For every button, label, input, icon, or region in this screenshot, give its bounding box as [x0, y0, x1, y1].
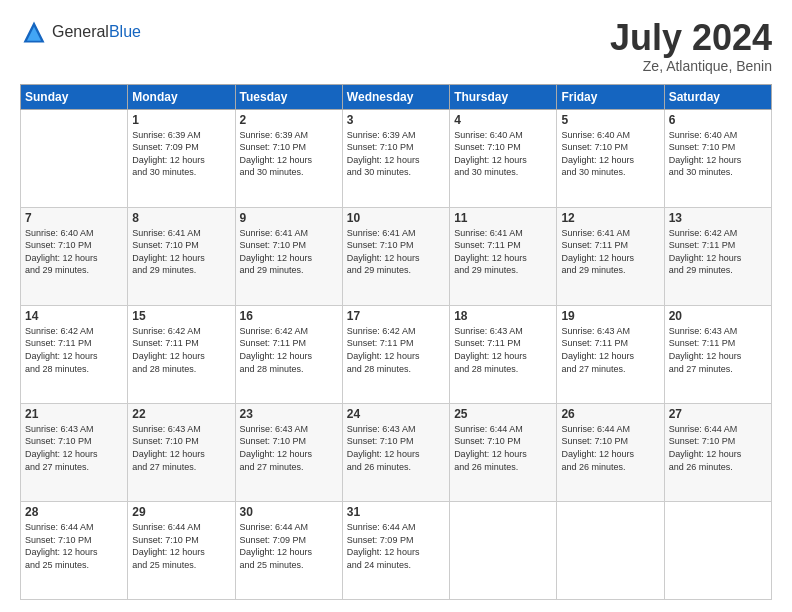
day-number: 23 [240, 407, 338, 421]
day-number: 29 [132, 505, 230, 519]
day-number: 22 [132, 407, 230, 421]
logo-icon [20, 18, 48, 46]
day-info: Sunrise: 6:44 AMSunset: 7:10 PMDaylight:… [454, 423, 552, 473]
day-number: 12 [561, 211, 659, 225]
calendar-cell: 5Sunrise: 6:40 AMSunset: 7:10 PMDaylight… [557, 109, 664, 207]
calendar-cell: 7Sunrise: 6:40 AMSunset: 7:10 PMDaylight… [21, 207, 128, 305]
day-number: 17 [347, 309, 445, 323]
header-monday: Monday [128, 84, 235, 109]
calendar-cell [450, 501, 557, 599]
calendar-cell: 23Sunrise: 6:43 AMSunset: 7:10 PMDayligh… [235, 403, 342, 501]
day-info: Sunrise: 6:43 AMSunset: 7:11 PMDaylight:… [561, 325, 659, 375]
header: GeneralBlue July 2024 Ze, Atlantique, Be… [20, 18, 772, 74]
calendar-cell: 14Sunrise: 6:42 AMSunset: 7:11 PMDayligh… [21, 305, 128, 403]
week-row: 1Sunrise: 6:39 AMSunset: 7:09 PMDaylight… [21, 109, 772, 207]
calendar-cell: 4Sunrise: 6:40 AMSunset: 7:10 PMDaylight… [450, 109, 557, 207]
day-number: 21 [25, 407, 123, 421]
day-number: 28 [25, 505, 123, 519]
weekday-header-row: Sunday Monday Tuesday Wednesday Thursday… [21, 84, 772, 109]
week-row: 28Sunrise: 6:44 AMSunset: 7:10 PMDayligh… [21, 501, 772, 599]
day-number: 14 [25, 309, 123, 323]
calendar-cell: 26Sunrise: 6:44 AMSunset: 7:10 PMDayligh… [557, 403, 664, 501]
calendar-cell: 21Sunrise: 6:43 AMSunset: 7:10 PMDayligh… [21, 403, 128, 501]
day-number: 16 [240, 309, 338, 323]
day-number: 18 [454, 309, 552, 323]
calendar-cell: 8Sunrise: 6:41 AMSunset: 7:10 PMDaylight… [128, 207, 235, 305]
title-block: July 2024 Ze, Atlantique, Benin [610, 18, 772, 74]
calendar-cell: 6Sunrise: 6:40 AMSunset: 7:10 PMDaylight… [664, 109, 771, 207]
day-info: Sunrise: 6:39 AMSunset: 7:10 PMDaylight:… [347, 129, 445, 179]
day-info: Sunrise: 6:41 AMSunset: 7:10 PMDaylight:… [240, 227, 338, 277]
header-tuesday: Tuesday [235, 84, 342, 109]
day-number: 30 [240, 505, 338, 519]
day-number: 11 [454, 211, 552, 225]
day-number: 4 [454, 113, 552, 127]
calendar-cell: 22Sunrise: 6:43 AMSunset: 7:10 PMDayligh… [128, 403, 235, 501]
day-info: Sunrise: 6:44 AMSunset: 7:09 PMDaylight:… [240, 521, 338, 571]
day-info: Sunrise: 6:42 AMSunset: 7:11 PMDaylight:… [240, 325, 338, 375]
logo-general: General [52, 23, 109, 40]
day-number: 26 [561, 407, 659, 421]
day-number: 6 [669, 113, 767, 127]
day-number: 31 [347, 505, 445, 519]
day-info: Sunrise: 6:43 AMSunset: 7:10 PMDaylight:… [347, 423, 445, 473]
day-info: Sunrise: 6:41 AMSunset: 7:11 PMDaylight:… [561, 227, 659, 277]
day-number: 15 [132, 309, 230, 323]
calendar-cell: 11Sunrise: 6:41 AMSunset: 7:11 PMDayligh… [450, 207, 557, 305]
day-info: Sunrise: 6:42 AMSunset: 7:11 PMDaylight:… [25, 325, 123, 375]
calendar-cell: 15Sunrise: 6:42 AMSunset: 7:11 PMDayligh… [128, 305, 235, 403]
day-number: 27 [669, 407, 767, 421]
day-number: 9 [240, 211, 338, 225]
day-info: Sunrise: 6:39 AMSunset: 7:10 PMDaylight:… [240, 129, 338, 179]
calendar-table: Sunday Monday Tuesday Wednesday Thursday… [20, 84, 772, 600]
header-wednesday: Wednesday [342, 84, 449, 109]
day-info: Sunrise: 6:44 AMSunset: 7:09 PMDaylight:… [347, 521, 445, 571]
day-info: Sunrise: 6:41 AMSunset: 7:11 PMDaylight:… [454, 227, 552, 277]
day-info: Sunrise: 6:40 AMSunset: 7:10 PMDaylight:… [25, 227, 123, 277]
day-number: 1 [132, 113, 230, 127]
day-info: Sunrise: 6:42 AMSunset: 7:11 PMDaylight:… [132, 325, 230, 375]
day-number: 2 [240, 113, 338, 127]
calendar-cell [557, 501, 664, 599]
day-info: Sunrise: 6:44 AMSunset: 7:10 PMDaylight:… [25, 521, 123, 571]
day-info: Sunrise: 6:44 AMSunset: 7:10 PMDaylight:… [669, 423, 767, 473]
calendar-cell: 20Sunrise: 6:43 AMSunset: 7:11 PMDayligh… [664, 305, 771, 403]
day-info: Sunrise: 6:44 AMSunset: 7:10 PMDaylight:… [132, 521, 230, 571]
logo-blue: Blue [109, 23, 141, 40]
day-number: 13 [669, 211, 767, 225]
calendar-cell: 19Sunrise: 6:43 AMSunset: 7:11 PMDayligh… [557, 305, 664, 403]
day-info: Sunrise: 6:43 AMSunset: 7:11 PMDaylight:… [454, 325, 552, 375]
day-info: Sunrise: 6:44 AMSunset: 7:10 PMDaylight:… [561, 423, 659, 473]
week-row: 14Sunrise: 6:42 AMSunset: 7:11 PMDayligh… [21, 305, 772, 403]
day-info: Sunrise: 6:43 AMSunset: 7:11 PMDaylight:… [669, 325, 767, 375]
header-saturday: Saturday [664, 84, 771, 109]
calendar-cell: 31Sunrise: 6:44 AMSunset: 7:09 PMDayligh… [342, 501, 449, 599]
calendar-cell: 29Sunrise: 6:44 AMSunset: 7:10 PMDayligh… [128, 501, 235, 599]
calendar-cell: 30Sunrise: 6:44 AMSunset: 7:09 PMDayligh… [235, 501, 342, 599]
week-row: 7Sunrise: 6:40 AMSunset: 7:10 PMDaylight… [21, 207, 772, 305]
day-info: Sunrise: 6:42 AMSunset: 7:11 PMDaylight:… [669, 227, 767, 277]
day-info: Sunrise: 6:39 AMSunset: 7:09 PMDaylight:… [132, 129, 230, 179]
day-number: 20 [669, 309, 767, 323]
calendar-cell: 17Sunrise: 6:42 AMSunset: 7:11 PMDayligh… [342, 305, 449, 403]
day-info: Sunrise: 6:43 AMSunset: 7:10 PMDaylight:… [25, 423, 123, 473]
calendar-cell: 28Sunrise: 6:44 AMSunset: 7:10 PMDayligh… [21, 501, 128, 599]
calendar-cell: 2Sunrise: 6:39 AMSunset: 7:10 PMDaylight… [235, 109, 342, 207]
calendar-cell: 1Sunrise: 6:39 AMSunset: 7:09 PMDaylight… [128, 109, 235, 207]
day-info: Sunrise: 6:43 AMSunset: 7:10 PMDaylight:… [240, 423, 338, 473]
logo-text: GeneralBlue [52, 23, 141, 41]
week-row: 21Sunrise: 6:43 AMSunset: 7:10 PMDayligh… [21, 403, 772, 501]
day-number: 19 [561, 309, 659, 323]
calendar-cell: 12Sunrise: 6:41 AMSunset: 7:11 PMDayligh… [557, 207, 664, 305]
page: GeneralBlue July 2024 Ze, Atlantique, Be… [0, 0, 792, 612]
calendar-cell: 16Sunrise: 6:42 AMSunset: 7:11 PMDayligh… [235, 305, 342, 403]
header-sunday: Sunday [21, 84, 128, 109]
calendar-cell: 27Sunrise: 6:44 AMSunset: 7:10 PMDayligh… [664, 403, 771, 501]
location-subtitle: Ze, Atlantique, Benin [610, 58, 772, 74]
day-number: 7 [25, 211, 123, 225]
calendar-cell: 3Sunrise: 6:39 AMSunset: 7:10 PMDaylight… [342, 109, 449, 207]
day-number: 3 [347, 113, 445, 127]
day-info: Sunrise: 6:41 AMSunset: 7:10 PMDaylight:… [347, 227, 445, 277]
day-info: Sunrise: 6:41 AMSunset: 7:10 PMDaylight:… [132, 227, 230, 277]
day-number: 5 [561, 113, 659, 127]
